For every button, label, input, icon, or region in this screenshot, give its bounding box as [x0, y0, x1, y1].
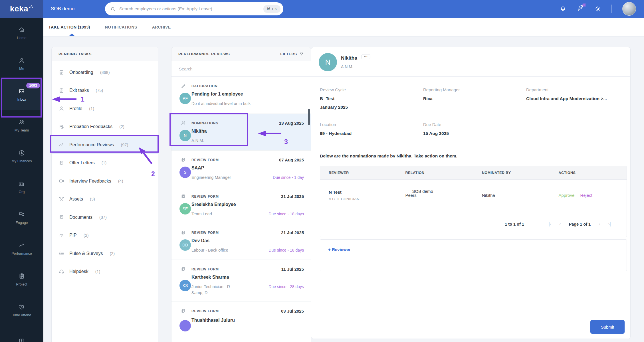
sidebar-item-org[interactable]: Org: [0, 172, 43, 203]
sidebar-item-my-team[interactable]: My Team: [0, 110, 43, 141]
field-value: Cloud Infra and App Modernization >...: [526, 96, 607, 101]
bell-icon[interactable]: [560, 5, 566, 12]
item-type-label: REVIEW FORM: [191, 309, 219, 313]
task-count: (2): [110, 251, 115, 256]
task-item-pip[interactable]: PIP (2): [52, 226, 158, 245]
item-title: Kartheek Sharma: [191, 275, 229, 280]
first-page-button[interactable]: |‹: [549, 222, 551, 227]
task-item-documents[interactable]: Documents (37): [52, 208, 158, 226]
nomination-detail-panel: N Nikitha ••• A.N.M. Review Cycle B- Tes…: [311, 47, 631, 339]
person-icon: [58, 106, 64, 112]
inbox-tray-icon: [18, 88, 25, 95]
task-count: (2): [84, 233, 89, 238]
trend-icon: [58, 142, 64, 148]
reviewer-role: A C TECHNICIAN: [329, 197, 397, 201]
review-item-dev-das[interactable]: REVIEW FORM 21 Jul 2025 DD Dev Das Labou…: [171, 223, 311, 260]
sidebar-item-project[interactable]: Project: [0, 264, 43, 295]
sidebar-label: Project: [16, 282, 27, 286]
headset-icon: [58, 269, 64, 275]
person-plus-icon: [181, 120, 186, 126]
whats-new-button[interactable]: [577, 5, 584, 13]
filters-label: FILTERS: [280, 52, 297, 56]
task-item-offer-letters[interactable]: Offer Letters (1): [52, 154, 158, 172]
review-item-thushithasai[interactable]: REVIEW FORM 03 Jul 2025 Thushithasai Jul…: [171, 302, 311, 342]
task-count: (1): [95, 269, 100, 274]
avatar: SE: [179, 203, 191, 214]
task-count: (97): [121, 143, 128, 147]
avatar: N: [179, 130, 191, 141]
task-item-performance-reviews[interactable]: Performance Reviews (97): [52, 136, 158, 154]
video-camera-icon: [58, 178, 64, 184]
task-count: (1): [89, 106, 94, 111]
task-item-pulse-surveys[interactable]: Pulse & Surveys (2): [52, 244, 158, 263]
review-item-nominations-nikitha[interactable]: NOMINATIONS 13 Aug 2025 N Nikitha A.N.M.: [171, 114, 311, 151]
task-item-onboarding[interactable]: Onboarding (868): [52, 63, 158, 82]
review-item-saap[interactable]: REVIEW FORM 07 Aug 2025 S SAAP Engineeri…: [171, 151, 311, 187]
add-reviewer-link[interactable]: + Reviewer: [328, 247, 351, 252]
gear-icon[interactable]: [594, 5, 601, 12]
item-type-label: REVIEW FORM: [191, 158, 219, 162]
user-avatar[interactable]: [622, 2, 636, 16]
more-options-button[interactable]: •••: [361, 54, 370, 59]
actions-cell: Approve Reject: [550, 193, 627, 198]
review-form-icon: [181, 194, 186, 199]
submit-button[interactable]: Submit: [590, 320, 625, 334]
reviews-search-input[interactable]: [178, 66, 304, 72]
column-header-nominated-by: NOMINATED BY: [473, 171, 550, 175]
funnel-icon: [299, 52, 304, 56]
chat-bubbles-icon: [18, 211, 25, 218]
previous-page-button[interactable]: ‹: [559, 222, 561, 227]
review-item-sreelekha[interactable]: REVIEW FORM 21 Jul 2025 SE Sreelekha Emp…: [171, 187, 311, 223]
field-value: 99 - Hyderabad: [320, 131, 352, 136]
task-item-probation-feedbacks[interactable]: Probation Feedbacks (2): [52, 118, 158, 136]
task-item-helpdesk[interactable]: Helpdesk (1): [52, 263, 158, 281]
task-item-interview-feedbacks[interactable]: Interview Feedbacks (4): [52, 172, 158, 190]
filters-button[interactable]: FILTERS: [280, 52, 304, 56]
top-bar: keka SOB demo ⌘ + K: [0, 0, 644, 18]
sidebar-item-my-finances[interactable]: My Finances: [0, 141, 43, 172]
reject-link[interactable]: Reject: [580, 193, 592, 198]
task-item-profile[interactable]: Profile (1): [52, 100, 158, 118]
task-label: Probation Feedbacks: [69, 124, 112, 129]
sidebar-item-payroll[interactable]: [0, 326, 43, 342]
clipboard-icon: [18, 273, 25, 280]
review-item-kartheek[interactable]: REVIEW FORM 11 Jul 2025 KS Kartheek Shar…: [171, 260, 311, 302]
approve-link[interactable]: Approve: [559, 193, 575, 198]
task-item-assets[interactable]: Assets (3): [52, 190, 158, 209]
global-search[interactable]: ⌘ + K: [105, 2, 283, 15]
avatar: DD: [179, 239, 191, 251]
pagination-page-label: Page 1 of 1: [569, 222, 591, 226]
gauge-icon: [58, 232, 64, 238]
task-label: Offer Letters: [69, 160, 95, 165]
tab-notifications[interactable]: NOTIFICATIONS: [105, 25, 137, 29]
next-page-button[interactable]: ›: [599, 222, 600, 227]
task-label: Performance Reviews: [69, 142, 114, 147]
person-icon: [18, 57, 25, 64]
sidebar-item-engage[interactable]: Engage: [0, 203, 43, 233]
keka-logo[interactable]: keka: [0, 0, 43, 18]
sidebar-item-me[interactable]: Me: [0, 48, 43, 79]
sidebar-item-home[interactable]: Home: [0, 18, 43, 48]
reviews-search-row: [171, 61, 311, 77]
sidebar-label: Org: [19, 190, 25, 194]
tab-take-action[interactable]: TAKE ACTION (1093): [49, 25, 90, 29]
sidebar-item-inbox[interactable]: 1093 Inbox: [0, 79, 43, 110]
performance-reviews-panel: PERFORMANCE REVIEWS FILTERS CALIBRATION …: [171, 47, 311, 342]
item-title: SAAP: [191, 165, 204, 171]
task-item-exit-tasks[interactable]: Exit tasks (75): [52, 82, 158, 100]
item-date: 21 Jul 2025: [281, 194, 304, 199]
tab-archive[interactable]: ARCHIVE: [152, 25, 171, 29]
sidebar-item-performance[interactable]: Performance: [0, 233, 43, 264]
item-title: Nikitha: [191, 129, 207, 134]
item-title: Dev Das: [191, 238, 209, 243]
sidebar-item-time-attend[interactable]: Time Attend: [0, 295, 43, 326]
global-search-input[interactable]: [119, 6, 263, 12]
review-item-calibration[interactable]: CALIBRATION PF Pending for 1 employee Do…: [171, 77, 311, 114]
pending-tasks-header: PENDING TASKS: [52, 47, 158, 61]
document-icon: [58, 214, 64, 220]
list-scrollbar-thumb[interactable]: [308, 109, 310, 125]
performance-reviews-header: PERFORMANCE REVIEWS FILTERS: [171, 47, 311, 61]
last-page-button[interactable]: ›|: [608, 222, 611, 227]
item-subtitle: Team Lead: [191, 211, 212, 217]
pending-tasks-title: PENDING TASKS: [58, 52, 92, 56]
